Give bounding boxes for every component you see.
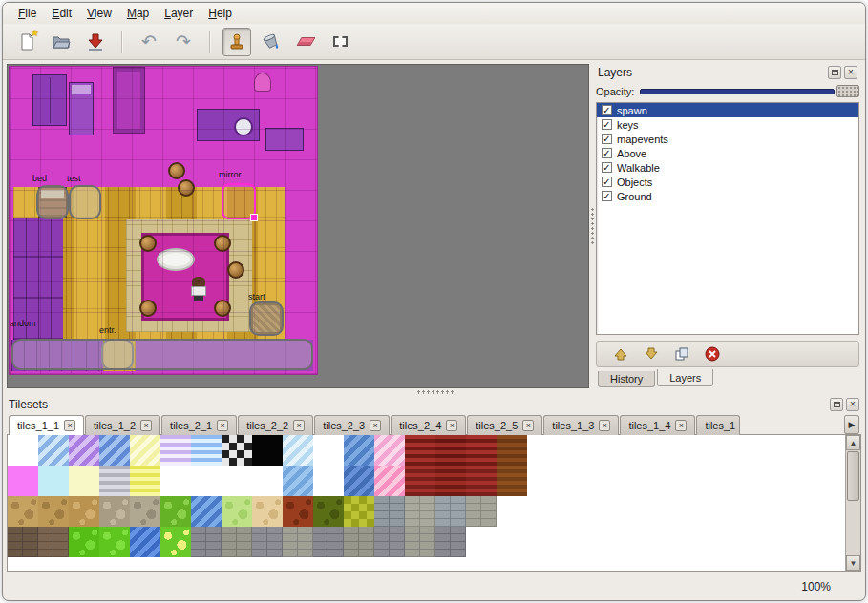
close-tab-icon[interactable]: × xyxy=(446,420,457,431)
tileset-tile[interactable] xyxy=(313,527,344,557)
tileset-tile[interactable] xyxy=(313,496,344,527)
opacity-slider-handle[interactable] xyxy=(836,85,859,97)
tileset-tile[interactable] xyxy=(252,466,283,496)
tileset-tile[interactable] xyxy=(344,435,374,466)
tileset-tile[interactable] xyxy=(252,496,283,527)
layer-row-keys[interactable]: ✓keys xyxy=(597,117,858,132)
layer-visibility-checkbox[interactable]: ✓ xyxy=(602,105,612,115)
layer-visibility-checkbox[interactable]: ✓ xyxy=(602,134,612,144)
tileset-tab-tiles_2_2[interactable]: tiles_2_2× xyxy=(238,415,313,435)
tileset-tile[interactable] xyxy=(160,527,191,557)
map-object-mirror[interactable] xyxy=(222,183,256,219)
layer-row-mapevents[interactable]: ✓mapevents xyxy=(597,132,858,146)
tileset-tile[interactable] xyxy=(313,435,344,466)
close-panel-button[interactable]: × xyxy=(844,66,857,79)
layer-visibility-checkbox[interactable]: ✓ xyxy=(602,191,612,201)
tileset-tile[interactable] xyxy=(466,496,497,527)
tileset-tile[interactable] xyxy=(344,496,374,527)
tileset-tab-tiles_2_1[interactable]: tiles_2_1× xyxy=(161,415,237,435)
undo-button[interactable]: ↶ xyxy=(135,28,163,56)
tileset-tile[interactable] xyxy=(435,527,466,557)
close-tab-icon[interactable]: × xyxy=(675,420,687,431)
tileset-tile[interactable] xyxy=(497,527,527,557)
layer-row-Ground[interactable]: ✓Ground xyxy=(597,189,858,203)
layer-row-Objects[interactable]: ✓Objects xyxy=(597,175,858,189)
tileset-tile[interactable] xyxy=(38,435,69,466)
map-object-andom[interactable] xyxy=(11,339,313,370)
scroll-up-button[interactable]: ▲ xyxy=(846,435,860,450)
tileset-tile[interactable] xyxy=(283,527,313,557)
tileset-tile[interactable] xyxy=(405,496,435,527)
tileset-tile[interactable] xyxy=(99,466,130,496)
tileset-tile[interactable] xyxy=(374,435,405,466)
menu-view[interactable]: View xyxy=(79,5,119,22)
tileset-tile[interactable] xyxy=(283,435,313,466)
tileset-tile[interactable] xyxy=(69,496,99,527)
tileset-tile[interactable] xyxy=(374,527,405,557)
tileset-tab-tiles_1_1[interactable]: tiles_1_1× xyxy=(9,415,84,435)
map-object-test[interactable] xyxy=(69,185,101,219)
tileset-tile[interactable] xyxy=(313,466,344,496)
dock-tab-layers[interactable]: Layers xyxy=(657,369,713,386)
close-tab-icon[interactable]: × xyxy=(370,420,381,431)
tileset-tile[interactable] xyxy=(222,527,252,557)
tileset-tab-tiles_2_3[interactable]: tiles_2_3× xyxy=(314,415,390,435)
menu-map[interactable]: Map xyxy=(119,5,157,22)
menu-edit[interactable]: Edit xyxy=(44,5,79,22)
tileset-tile[interactable] xyxy=(130,435,160,466)
dock-tab-history[interactable]: History xyxy=(598,371,655,387)
tileset-tile[interactable] xyxy=(497,496,527,527)
horizontal-splitter[interactable] xyxy=(3,388,865,396)
tileset-tile[interactable] xyxy=(99,435,130,466)
tileset-tile[interactable] xyxy=(8,496,38,527)
duplicate-layer-button[interactable] xyxy=(671,343,692,364)
tileset-tab-tiles_1_3[interactable]: tiles_1_3× xyxy=(543,415,619,435)
lower-layer-button[interactable] xyxy=(641,343,662,364)
tileset-tile[interactable] xyxy=(38,527,69,557)
tileset-tile[interactable] xyxy=(405,466,435,496)
menu-layer[interactable]: Layer xyxy=(157,5,201,22)
layer-visibility-checkbox[interactable]: ✓ xyxy=(602,162,612,173)
close-panel-button[interactable]: × xyxy=(846,398,859,411)
delete-layer-button[interactable] xyxy=(702,343,723,364)
map-object-start[interactable] xyxy=(249,302,284,336)
close-tab-icon[interactable]: × xyxy=(599,420,610,431)
tileset-tile[interactable] xyxy=(435,466,466,496)
tileset-tile[interactable] xyxy=(222,466,252,496)
layer-row-Walkable[interactable]: ✓Walkable xyxy=(597,160,858,175)
close-tab-icon[interactable]: × xyxy=(293,420,305,431)
tileset-tile[interactable] xyxy=(99,496,130,527)
tileset-tile[interactable] xyxy=(8,466,38,496)
tileset-tile[interactable] xyxy=(130,527,160,557)
tileset-tile[interactable] xyxy=(405,527,435,557)
tileset-tile[interactable] xyxy=(466,466,497,496)
map-object-bed[interactable] xyxy=(36,185,69,219)
save-map-button[interactable] xyxy=(81,28,110,56)
tileset-tile[interactable] xyxy=(130,466,160,496)
tileset-tile[interactable] xyxy=(191,466,222,496)
close-tab-icon[interactable]: × xyxy=(217,420,228,431)
tileset-tab-tiles_2_5[interactable]: tiles_2_5× xyxy=(467,415,542,435)
scroll-right-button[interactable]: ▶ xyxy=(844,415,859,434)
new-map-button[interactable]: ★ xyxy=(12,28,41,56)
tileset-tile[interactable] xyxy=(283,466,313,496)
float-panel-button[interactable] xyxy=(830,398,843,411)
scroll-down-button[interactable]: ▼ xyxy=(846,555,860,571)
tileset-tile[interactable] xyxy=(99,527,130,557)
close-tab-icon[interactable]: × xyxy=(522,420,534,431)
tileset-tile[interactable] xyxy=(8,527,38,557)
open-map-button[interactable] xyxy=(47,28,75,56)
tileset-tile[interactable] xyxy=(160,435,191,466)
rect-select-button[interactable] xyxy=(326,28,354,56)
tileset-scrollbar[interactable]: ▲ ▼ xyxy=(845,435,860,571)
tileset-tile[interactable] xyxy=(191,527,222,557)
tileset-tile[interactable] xyxy=(466,435,497,466)
layer-visibility-checkbox[interactable]: ✓ xyxy=(602,177,612,187)
redo-button[interactable]: ↷ xyxy=(169,28,198,56)
tileset-tile[interactable] xyxy=(435,435,466,466)
tileset-tile[interactable] xyxy=(222,435,252,466)
close-tab-icon[interactable]: × xyxy=(140,420,152,431)
tileset-tile[interactable] xyxy=(405,435,435,466)
opacity-slider[interactable] xyxy=(640,84,859,98)
scrollbar-thumb[interactable] xyxy=(847,451,859,501)
